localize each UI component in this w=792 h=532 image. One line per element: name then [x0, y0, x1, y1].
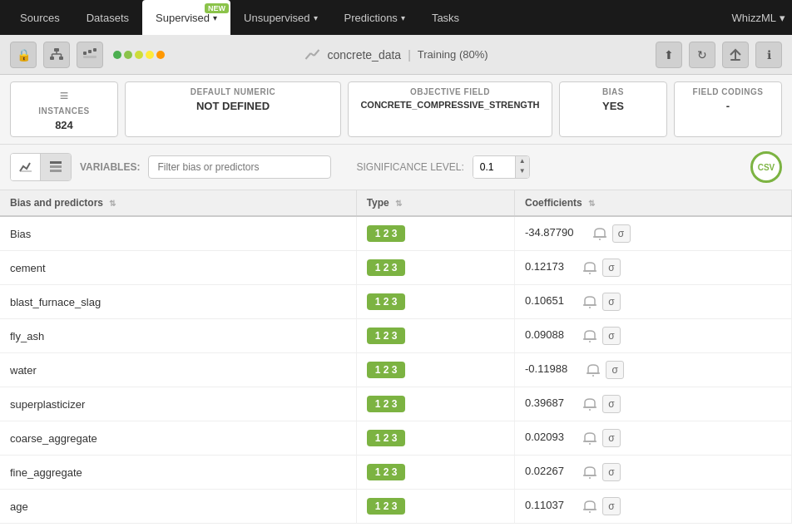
table-view-btn[interactable] — [41, 154, 71, 180]
nav-item-unsupervised[interactable]: Unsupervised ▾ — [230, 0, 331, 35]
sigma-button[interactable]: σ — [602, 293, 621, 311]
instances-label: INSTANCES — [38, 106, 90, 116]
svg-rect-9 — [93, 48, 97, 52]
significance-input[interactable] — [473, 156, 515, 178]
nav-item-sources[interactable]: Sources — [7, 0, 73, 35]
cell-type: 1 2 3 — [356, 353, 514, 387]
nav-item-predictions[interactable]: Predictions ▾ — [331, 0, 418, 35]
dot-4 — [146, 51, 154, 59]
default-numeric-value: NOT DEFINED — [196, 100, 270, 112]
refresh-icon-btn[interactable]: ↻ — [689, 42, 715, 68]
distribution-icon[interactable] — [581, 497, 599, 515]
th-coefficients[interactable]: Coefficients ⇅ — [514, 190, 791, 216]
th-bias-predictors[interactable]: Bias and predictors ⇅ — [0, 190, 356, 216]
cell-type: 1 2 3 — [356, 251, 514, 285]
type-badge: 1 2 3 — [367, 328, 406, 344]
instances-icon: ≡ — [60, 87, 69, 105]
nav-label-datasets: Datasets — [87, 12, 129, 24]
cell-coefficient: -34.87790 σ — [514, 216, 791, 251]
distribution-icon[interactable] — [581, 395, 599, 413]
sigma-button[interactable]: σ — [602, 429, 621, 447]
info-icon-btn[interactable]: ℹ — [755, 42, 782, 68]
distribution-icon[interactable] — [581, 293, 599, 311]
coefficient-value: 0.39687 — [525, 397, 564, 409]
sigma-button[interactable]: σ — [602, 497, 621, 515]
type-badge: 1 2 3 — [367, 259, 406, 276]
objective-field-label: OBJECTIVE FIELD — [410, 87, 490, 96]
type-badge: 1 2 3 — [367, 225, 406, 242]
stat-instances: ≡ INSTANCES 824 — [10, 81, 118, 137]
sigma-button[interactable]: σ — [602, 463, 621, 481]
model-icon-btn[interactable] — [43, 42, 70, 68]
table-header-row: Bias and predictors ⇅ Type ⇅ Coefficient… — [0, 190, 792, 216]
nav-user[interactable]: WhizzML ▾ — [732, 12, 785, 24]
cell-coefficient: 0.11037 σ — [514, 490, 791, 524]
sig-up-arrow[interactable]: ▲ — [516, 156, 529, 166]
upload-icon-btn[interactable]: ⬆ — [656, 42, 682, 68]
sigma-button[interactable]: σ — [602, 395, 621, 413]
nav-item-datasets[interactable]: Datasets — [73, 0, 142, 35]
table-row: Bias1 2 3-34.87790 σ — [0, 216, 792, 251]
distribution-icon[interactable] — [581, 463, 599, 481]
cell-type: 1 2 3 — [356, 285, 514, 319]
distribution-icon[interactable] — [591, 224, 609, 243]
cell-predictor-name: superplasticizer — [0, 387, 356, 421]
cell-coefficient: 0.39687 σ — [514, 387, 791, 421]
lock-icon-btn[interactable]: 🔒 — [10, 42, 37, 68]
cell-type: 1 2 3 — [356, 456, 514, 490]
cell-predictor-name: Bias — [0, 216, 356, 251]
hierarchy-icon — [49, 47, 64, 62]
table-wrap: Bias and predictors ⇅ Type ⇅ Coefficient… — [0, 190, 792, 532]
distribution-icon[interactable] — [581, 327, 599, 345]
csv-label: CSV — [758, 163, 775, 172]
sig-down-arrow[interactable]: ▼ — [516, 166, 529, 176]
supervised-dropdown-arrow: ▾ — [213, 13, 217, 22]
sigma-button[interactable]: σ — [602, 327, 621, 345]
model-title-icon — [304, 47, 320, 63]
nav-label-supervised: Supervised — [156, 12, 210, 24]
action-icons: σ — [581, 463, 621, 481]
chart-view-btn[interactable] — [11, 154, 41, 180]
table-icon — [49, 160, 62, 174]
steps-icon-btn[interactable] — [77, 42, 103, 68]
bell-svg — [582, 430, 598, 446]
distribution-icon[interactable] — [581, 259, 599, 277]
sigma-button[interactable]: σ — [602, 259, 621, 277]
default-numeric-label: DEFAULT NUMERIC — [191, 87, 275, 96]
cell-predictor-name: blast_furnace_slag — [0, 285, 356, 319]
coefficient-value: 0.02093 — [525, 431, 564, 443]
th-type[interactable]: Type ⇅ — [356, 190, 514, 216]
action-icons: σ — [591, 224, 631, 243]
export-icon-btn[interactable] — [722, 42, 749, 68]
toolbar-dataset-name: concrete_data — [327, 48, 401, 62]
stat-default-numeric: DEFAULT NUMERIC NOT DEFINED — [125, 81, 341, 137]
predictions-dropdown-arrow: ▾ — [401, 13, 405, 22]
csv-export-btn[interactable]: CSV — [750, 151, 782, 183]
type-badge: 1 2 3 — [367, 362, 406, 378]
svg-rect-0 — [54, 48, 59, 52]
distribution-icon[interactable] — [581, 429, 599, 447]
bell-svg — [582, 328, 598, 344]
svg-rect-15 — [730, 59, 740, 61]
svg-rect-7 — [83, 52, 87, 55]
cell-coefficient: 0.02093 σ — [514, 421, 791, 456]
significance-arrow[interactable]: ▲ ▼ — [515, 156, 529, 178]
filter-input[interactable] — [148, 155, 331, 179]
sigma-button[interactable]: σ — [612, 224, 631, 243]
cell-type: 1 2 3 — [356, 490, 514, 524]
coefficients-table: Bias and predictors ⇅ Type ⇅ Coefficient… — [0, 190, 792, 524]
bell-svg — [585, 362, 601, 378]
nav-item-supervised[interactable]: NEW Supervised ▾ — [142, 0, 230, 35]
distribution-icon[interactable] — [584, 361, 602, 379]
svg-line-12 — [310, 53, 314, 56]
cell-predictor-name: age — [0, 490, 356, 524]
svg-line-13 — [314, 50, 319, 56]
sigma-button[interactable]: σ — [606, 361, 624, 379]
bell-svg — [582, 293, 598, 310]
cell-coefficient: 0.02267 σ — [514, 456, 791, 490]
nav-item-tasks[interactable]: Tasks — [418, 0, 473, 35]
cell-predictor-name: fine_aggregate — [0, 456, 356, 490]
nav-user-label: WhizzML — [732, 12, 776, 24]
stat-objective-field: OBJECTIVE FIELD CONCRETE_COMPRESSIVE_STR… — [348, 81, 552, 137]
nav-user-dropdown-arrow: ▾ — [780, 12, 785, 24]
